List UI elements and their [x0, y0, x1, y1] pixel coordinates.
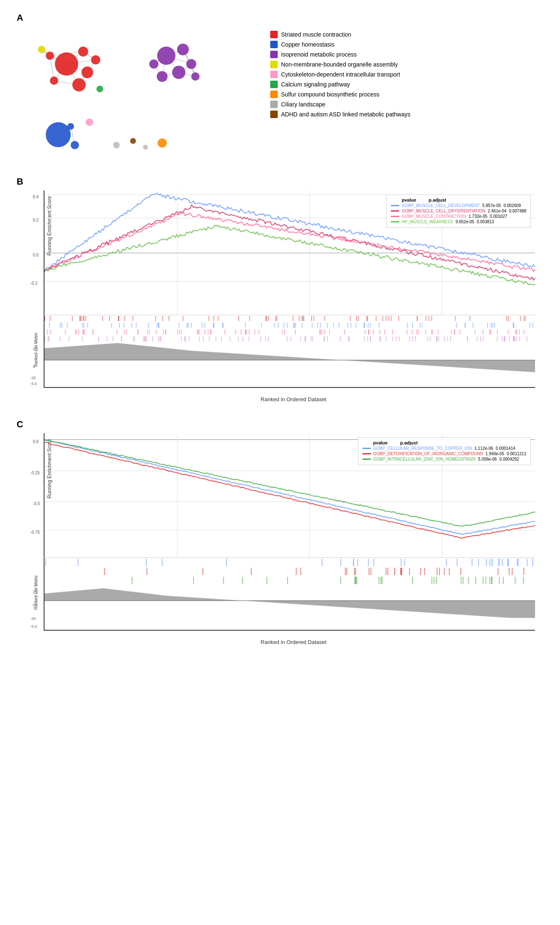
chart-c-ranked: Ranked List Metric 25 0 -25 -5.0	[44, 585, 535, 631]
panel-b-label: B	[17, 176, 543, 187]
panel-c-label: C	[17, 419, 543, 430]
legend-item-5: Calcium signaling pathway	[270, 81, 410, 88]
legend-text-0: Striated muscle contraction	[281, 31, 351, 38]
legend-line-b1	[391, 210, 399, 212]
chart-b-legend: pvalue p.adjust GOBP_MUSCLE_CELL_DEVELOP…	[386, 195, 531, 228]
chart-c-ticks	[44, 558, 535, 585]
legend-header-padj: p.adjust	[429, 197, 446, 202]
svg-point-33	[46, 52, 54, 60]
legend-item-3: Non-membrane-bounded organelle assembly	[270, 61, 410, 68]
legend-text-1: Copper homeostasis	[281, 41, 334, 48]
legend-padj-c2: 0.0004292	[499, 457, 519, 461]
legend-swatch-blue	[270, 41, 278, 48]
legend-pval-c0: 1.112e-06	[474, 446, 493, 451]
chart-b-wrapper: Running Enrichment Score 0.4 0.2 0.0 -0.…	[17, 190, 543, 402]
svg-point-51	[143, 145, 148, 150]
legend-label-c2: GOBP_INTRACELLULAR_ZINC_ION_HOMEOSTASIS	[373, 457, 476, 461]
legend-line-c1	[363, 453, 371, 454]
legend-row-b1: GOBP_MUSCLE_CELL_DIFFERENTIATION 2.461e-…	[391, 209, 526, 213]
chart-b-ticks-canvas	[44, 315, 535, 342]
legend-text-2: Isoprenoid metabolic process	[281, 51, 357, 58]
chart-c-legend: pvalue p.adjust GOBP_CELLULAR_RESPONSE_T…	[358, 437, 531, 465]
legend-swatch-purple	[270, 51, 278, 58]
legend-item-7: Ciliary landscape	[270, 101, 410, 108]
legend-text-6: Sulfur compound biosynthetic process	[281, 91, 380, 98]
legend-row-b3: HP_MUSCLE_WEAKNESS 9.652e-05 0.003813	[391, 220, 526, 224]
chart-b-ticks	[44, 315, 535, 342]
cr-tick-25: 25	[33, 590, 37, 594]
chart-c-wrapper: Running Enrichment Score 0.0 -0.25 -0.5 …	[17, 433, 543, 645]
cr-tick-0: 0	[33, 603, 35, 607]
legend-swatch-yellow	[270, 61, 278, 68]
legend-label-b1: GOBP_MUSCLE_CELL_DIFFERENTIATION	[402, 209, 485, 213]
legend-item-1: Copper homeostasis	[270, 41, 410, 48]
legend-pval-c2: 5.058e-06	[478, 457, 497, 461]
svg-point-43	[149, 59, 158, 69]
svg-point-42	[172, 66, 185, 79]
legend-line-c0	[363, 448, 371, 449]
svg-point-41	[186, 59, 196, 69]
legend-padj-c0: 0.0001414	[496, 446, 515, 451]
legend-pval-b2: 1.732e-05	[469, 214, 487, 219]
legend-padj-c1: 0.0011211	[507, 451, 526, 456]
svg-point-40	[177, 44, 189, 55]
legend-item-6: Sulfur compound biosynthetic process	[270, 91, 410, 98]
legend-header-b: pvalue p.adjust	[391, 197, 526, 202]
svg-point-34	[50, 76, 58, 85]
legend-line-b2	[391, 216, 399, 217]
y-tick-02: 0.2	[33, 218, 39, 222]
page-container: A	[0, 0, 560, 674]
panel-c: C Running Enrichment Score 0.0 -0.25 -0.…	[17, 419, 543, 645]
svg-point-37	[38, 46, 45, 53]
legend-swatch-red	[270, 31, 278, 38]
chart-c-x-label: Ranked in Ordered Dataset	[44, 639, 543, 645]
legend-row-b2: GOBP_MUSCLE_CONTRACTION 1.732e-05 0.0010…	[391, 214, 526, 219]
y-tick-00: 0.0	[33, 253, 39, 257]
svg-point-45	[191, 72, 200, 81]
svg-point-48	[67, 123, 74, 130]
legend-label-b0: GOBP_MUSCLE_CELL_DEVELOPMENT	[402, 203, 480, 208]
chart-b-main: Running Enrichment Score 0.4 0.2 0.0 -0.…	[44, 190, 535, 315]
panel-a-label: A	[17, 12, 543, 23]
legend-padj-b0: 0.002609	[503, 203, 521, 208]
legend-row-c0: GOBP_CELLULAR_RESPONSE_TO_COPPER_ION 1.1…	[363, 446, 526, 451]
chart-b-x-label: Ranked in Ordered Dataset	[44, 396, 543, 402]
panel-a-content: Striated muscle contraction Copper homeo…	[17, 27, 543, 160]
svg-point-52	[158, 138, 167, 148]
chart-b-ranked-canvas	[44, 342, 535, 387]
rl-tick-25: 25	[33, 347, 37, 351]
network-svg	[17, 27, 258, 160]
legend-label-b3: HP_MUSCLE_WEAKNESS	[402, 220, 453, 224]
legend-line-b0	[391, 205, 399, 206]
y-tick-04: 0.4	[33, 195, 39, 199]
legend-label-b2: GOBP_MUSCLE_CONTRACTION	[402, 214, 466, 219]
legend-swatch-pink	[270, 71, 278, 78]
svg-point-46	[46, 122, 71, 147]
legend-item-2: Isoprenoid metabolic process	[270, 51, 410, 58]
legend-swatch-orange	[270, 91, 278, 98]
legend-header-c-padj: p.adjust	[400, 440, 417, 445]
legend-padj-b3: 0.003813	[477, 220, 494, 224]
svg-point-47	[71, 141, 79, 149]
svg-point-53	[86, 118, 93, 126]
legend-swatch-gray	[270, 101, 278, 108]
legend-item-0: Striated muscle contraction	[270, 31, 410, 38]
cy-tick-neg075: -0.75	[30, 530, 40, 535]
rl-tick-neg5: -5.0	[30, 382, 37, 386]
legend-pval-b0: 5.857e-05	[482, 203, 501, 208]
cy-tick-00: 0.0	[33, 439, 39, 444]
chart-b-ranked: Ranked List Metric 25 0 -25 -5.0	[44, 342, 535, 388]
y-tick-neg02: -0.2	[30, 281, 37, 286]
panel-a: A	[17, 12, 543, 160]
legend-label-c1: GOBP_DETOXIFICATION_OF_INORGANIC_COMPOUN…	[373, 451, 483, 456]
legend-row-c1: GOBP_DETOXIFICATION_OF_INORGANIC_COMPOUN…	[363, 451, 526, 456]
legend-item-4: Cytoskeleton-dependent intracellular tra…	[270, 71, 410, 78]
legend-text-8: ADHD and autism ASD linked metabolic pat…	[281, 111, 410, 118]
svg-point-50	[130, 138, 136, 144]
legend-line-c2	[363, 459, 371, 460]
legend-pval-c1: 1.940e-05	[486, 451, 504, 456]
rl-tick-0: 0	[33, 365, 35, 369]
cy-tick-neg05: -0.5	[33, 501, 40, 506]
legend-area: Striated muscle contraction Copper homeo…	[270, 27, 410, 118]
svg-point-32	[81, 67, 93, 78]
